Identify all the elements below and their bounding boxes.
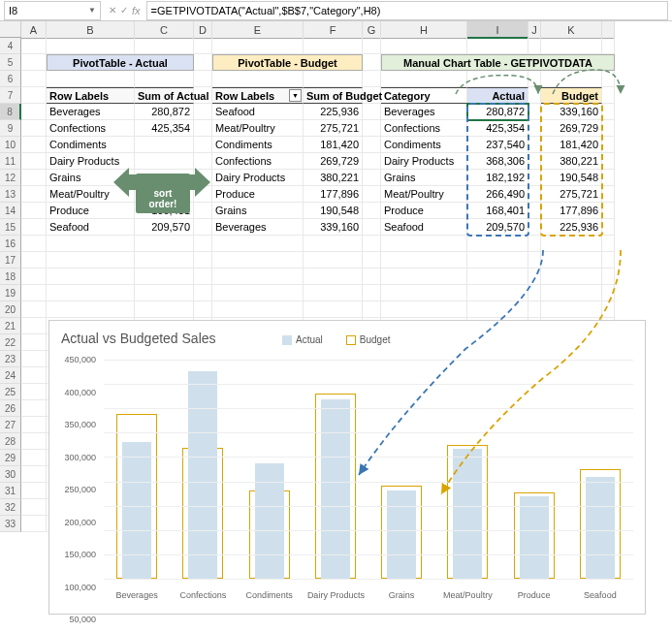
- pv-actual-val[interactable]: 280,872: [135, 104, 194, 120]
- bar-actual[interactable]: [586, 477, 615, 579]
- pv-actual-label[interactable]: Dairy Products: [47, 153, 135, 170]
- bar-group[interactable]: [175, 360, 231, 579]
- header-row-labels-budget[interactable]: Row Labels▼: [212, 87, 304, 104]
- filter-dropdown-icon[interactable]: ▼: [289, 89, 302, 102]
- bar-actual[interactable]: [321, 399, 350, 579]
- bar-actual[interactable]: [188, 371, 217, 579]
- pv-budget-label[interactable]: Confections: [212, 153, 304, 170]
- bar-group[interactable]: [241, 360, 298, 579]
- cancel-formula-icon[interactable]: ✕: [109, 5, 116, 16]
- row-header-17[interactable]: 17: [0, 252, 21, 269]
- pv-actual-label[interactable]: Seafood: [47, 219, 135, 236]
- row-header-31[interactable]: 31: [0, 483, 21, 499]
- select-all-corner[interactable]: [0, 21, 21, 38]
- row-header-8[interactable]: 8: [0, 104, 21, 120]
- row-header-29[interactable]: 29: [0, 450, 21, 466]
- pv-actual-label[interactable]: Produce: [47, 203, 135, 219]
- row-header-12[interactable]: 12: [0, 170, 21, 186]
- manual-actual[interactable]: 168,401: [467, 203, 528, 219]
- pv-budget-val[interactable]: 177,896: [304, 186, 363, 203]
- pv-actual-val[interactable]: [135, 137, 194, 153]
- row-header-19[interactable]: 19: [0, 285, 21, 301]
- row-header-4[interactable]: 4: [0, 38, 21, 54]
- col-header-E[interactable]: E: [212, 21, 304, 39]
- row-header-26[interactable]: 26: [0, 400, 21, 417]
- pv-actual-label[interactable]: Confections: [47, 120, 135, 137]
- manual-actual[interactable]: 280,872: [467, 104, 528, 120]
- row-header-20[interactable]: 20: [0, 301, 21, 318]
- pv-budget-label[interactable]: Meat/Poultry: [212, 120, 304, 137]
- manual-cat[interactable]: Meat/Poultry: [381, 186, 467, 203]
- bar-actual[interactable]: [453, 449, 482, 579]
- row-header-18[interactable]: 18: [0, 269, 21, 285]
- manual-actual[interactable]: 182,192: [467, 170, 528, 186]
- pv-actual-val[interactable]: 209,570: [135, 219, 194, 236]
- dropdown-icon[interactable]: ▼: [88, 6, 96, 15]
- row-header-7[interactable]: 7: [0, 87, 21, 104]
- bar-group[interactable]: [307, 360, 364, 579]
- col-header-C[interactable]: C: [135, 21, 194, 39]
- col-header-K[interactable]: K: [541, 21, 602, 39]
- pv-budget-val[interactable]: 181,420: [304, 137, 363, 153]
- accept-formula-icon[interactable]: ✓: [120, 5, 128, 16]
- row-header-16[interactable]: 16: [0, 236, 21, 252]
- pv-actual-val[interactable]: [135, 153, 194, 170]
- manual-cat[interactable]: Condiments: [381, 137, 467, 153]
- row-header-9[interactable]: 9: [0, 120, 21, 137]
- manual-actual[interactable]: 266,490: [467, 186, 528, 203]
- pv-budget-label[interactable]: Condiments: [212, 137, 304, 153]
- manual-actual[interactable]: 425,354: [467, 120, 528, 137]
- row-header-27[interactable]: 27: [0, 417, 21, 433]
- manual-actual[interactable]: 237,540: [467, 137, 528, 153]
- pv-budget-val[interactable]: 225,936: [304, 104, 363, 120]
- row-header-14[interactable]: 14: [0, 203, 21, 219]
- pv-actual-label[interactable]: Beverages: [47, 104, 135, 120]
- pv-budget-val[interactable]: 269,729: [304, 153, 363, 170]
- col-header-H[interactable]: H: [381, 21, 467, 39]
- col-header-J[interactable]: J: [528, 21, 541, 39]
- col-header-B[interactable]: B: [47, 21, 135, 39]
- row-header-32[interactable]: 32: [0, 499, 21, 516]
- manual-cat[interactable]: Grains: [381, 170, 467, 186]
- pv-budget-label[interactable]: Beverages: [212, 219, 304, 236]
- bar-group[interactable]: [506, 360, 562, 579]
- pv-budget-label[interactable]: Produce: [212, 186, 304, 203]
- row-header-23[interactable]: 23: [0, 351, 21, 367]
- manual-budget[interactable]: 181,420: [541, 137, 602, 153]
- pv-budget-val[interactable]: 380,221: [304, 170, 363, 186]
- row-header-28[interactable]: 28: [0, 433, 21, 450]
- bar-group[interactable]: [109, 360, 165, 579]
- name-box[interactable]: I8 ▼: [4, 1, 101, 20]
- pv-budget-val[interactable]: 275,721: [304, 120, 363, 137]
- manual-budget[interactable]: 269,729: [541, 120, 602, 137]
- bar-group[interactable]: [572, 360, 628, 579]
- legend-budget[interactable]: Budget: [346, 334, 391, 345]
- pv-budget-label[interactable]: Dairy Products: [212, 170, 304, 186]
- row-header-5[interactable]: 5: [0, 54, 21, 71]
- col-header-G[interactable]: G: [363, 21, 381, 39]
- col-header-F[interactable]: F: [304, 21, 363, 39]
- bar-actual[interactable]: [387, 490, 416, 580]
- manual-budget[interactable]: 190,548: [541, 170, 602, 186]
- manual-actual[interactable]: 368,306: [467, 153, 528, 170]
- col-header-I[interactable]: I: [467, 21, 528, 39]
- row-header-15[interactable]: 15: [0, 219, 21, 236]
- manual-budget[interactable]: 339,160: [541, 104, 602, 120]
- manual-budget[interactable]: 177,896: [541, 203, 602, 219]
- bar-actual[interactable]: [122, 442, 151, 579]
- bar-actual[interactable]: [520, 496, 549, 579]
- row-header-25[interactable]: 25: [0, 384, 21, 400]
- col-header-A[interactable]: A: [21, 21, 47, 39]
- formula-bar[interactable]: =GETPIVOTDATA("Actual",$B$7,"Category",H…: [146, 1, 668, 20]
- row-header-21[interactable]: 21: [0, 318, 21, 334]
- header-row-labels-actual[interactable]: Row Labels: [47, 87, 135, 104]
- chart-actual-vs-budget[interactable]: Actual vs Budgeted Sales Actual Budget 0…: [48, 320, 646, 615]
- manual-budget[interactable]: 225,936: [541, 219, 602, 236]
- pv-budget-label[interactable]: Seafood: [212, 104, 304, 120]
- fx-icon[interactable]: fx: [132, 5, 141, 16]
- pv-actual-label[interactable]: Condiments: [47, 137, 135, 153]
- manual-cat[interactable]: Seafood: [381, 219, 467, 236]
- pv-budget-val[interactable]: 190,548: [304, 203, 363, 219]
- row-header-11[interactable]: 11: [0, 153, 21, 170]
- bar-group[interactable]: [439, 360, 496, 579]
